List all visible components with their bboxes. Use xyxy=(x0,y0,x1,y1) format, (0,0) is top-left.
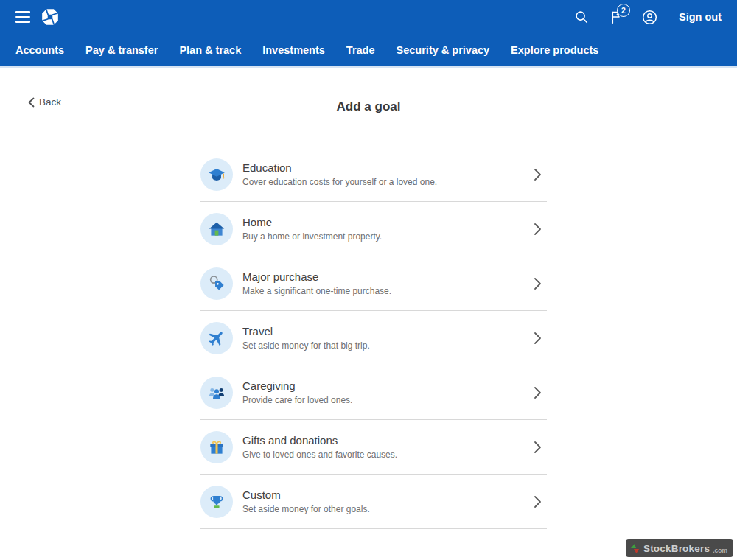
goal-description: Set aside money for that big trip. xyxy=(242,340,370,351)
goal-row-travel[interactable]: Travel Set aside money for that big trip… xyxy=(200,311,547,365)
goal-title: Travel xyxy=(242,325,370,337)
topbar-actions: 2 Sign out xyxy=(573,9,722,26)
nav-item-pay-transfer[interactable]: Pay & transfer xyxy=(85,44,158,56)
house-icon xyxy=(200,213,233,245)
goal-description: Make a significant one-time purchase. xyxy=(242,286,391,296)
goal-description: Set aside money for other goals. xyxy=(242,504,370,514)
stockbrokers-logo-icon xyxy=(630,543,640,554)
goal-title: Major purchase xyxy=(242,270,391,283)
goal-title: Custom xyxy=(242,489,370,501)
trophy-icon xyxy=(200,486,233,518)
goal-description: Buy a home or investment property. xyxy=(242,231,382,242)
goal-title: Home xyxy=(242,216,382,228)
chevron-right-icon xyxy=(532,222,542,237)
goal-description: Cover education costs for yourself or a … xyxy=(242,177,437,187)
main-nav: Accounts Pay & transfer Plan & track Inv… xyxy=(0,34,737,68)
nav-item-accounts[interactable]: Accounts xyxy=(15,44,64,56)
page-title: Add a goal xyxy=(0,99,737,114)
graduation-cap-icon xyxy=(200,158,233,191)
chevron-right-icon xyxy=(532,167,542,182)
app-header: 2 Sign out Accounts Pay & transfer Plan … xyxy=(0,0,737,68)
goal-row-major-purchase[interactable]: Major purchase Make a significant one-ti… xyxy=(200,256,547,311)
nav-item-security-privacy[interactable]: Security & privacy xyxy=(397,44,490,56)
nav-item-investments[interactable]: Investments xyxy=(262,44,325,56)
goal-list: Education Cover education costs for your… xyxy=(200,147,547,529)
goal-description: Give to loved ones and favorite causes. xyxy=(242,449,397,460)
sign-out-button[interactable]: Sign out xyxy=(679,11,722,23)
chase-logo-icon[interactable] xyxy=(41,7,60,27)
price-tag-icon xyxy=(200,267,233,300)
hamburger-menu-icon[interactable] xyxy=(15,11,30,23)
watermark-text: StockBrokers xyxy=(643,543,710,554)
notifications-flag-icon[interactable]: 2 xyxy=(607,9,624,25)
stockbrokers-watermark: StockBrokers .com xyxy=(626,539,733,557)
goal-row-custom[interactable]: Custom Set aside money for other goals. xyxy=(200,475,547,529)
chevron-right-icon xyxy=(532,331,542,346)
chevron-right-icon xyxy=(532,276,542,291)
notification-count-badge: 2 xyxy=(617,4,630,17)
nav-item-explore-products[interactable]: Explore products xyxy=(511,44,598,56)
people-group-icon xyxy=(200,377,233,409)
gift-icon xyxy=(200,431,233,463)
chevron-right-icon xyxy=(532,385,542,400)
watermark-suffix: .com xyxy=(713,547,727,554)
profile-icon[interactable] xyxy=(641,9,658,26)
nav-item-plan-track[interactable]: Plan & track xyxy=(179,44,241,56)
goal-title: Gifts and donations xyxy=(242,434,397,447)
goal-row-caregiving[interactable]: Caregiving Provide care for loved ones. xyxy=(200,365,547,420)
nav-item-trade[interactable]: Trade xyxy=(346,44,375,56)
goal-description: Provide care for loved ones. xyxy=(242,395,352,405)
goal-row-gifts-donations[interactable]: Gifts and donations Give to loved ones a… xyxy=(200,420,547,475)
airplane-icon xyxy=(200,322,233,354)
chevron-right-icon xyxy=(532,440,542,455)
search-icon[interactable] xyxy=(573,9,590,25)
goal-row-home[interactable]: Home Buy a home or investment property. xyxy=(200,202,547,256)
top-bar: 2 Sign out xyxy=(0,0,737,34)
chevron-right-icon xyxy=(532,494,542,509)
goal-row-education[interactable]: Education Cover education costs for your… xyxy=(200,147,547,202)
goal-title: Education xyxy=(242,161,437,174)
goal-title: Caregiving xyxy=(242,379,352,392)
